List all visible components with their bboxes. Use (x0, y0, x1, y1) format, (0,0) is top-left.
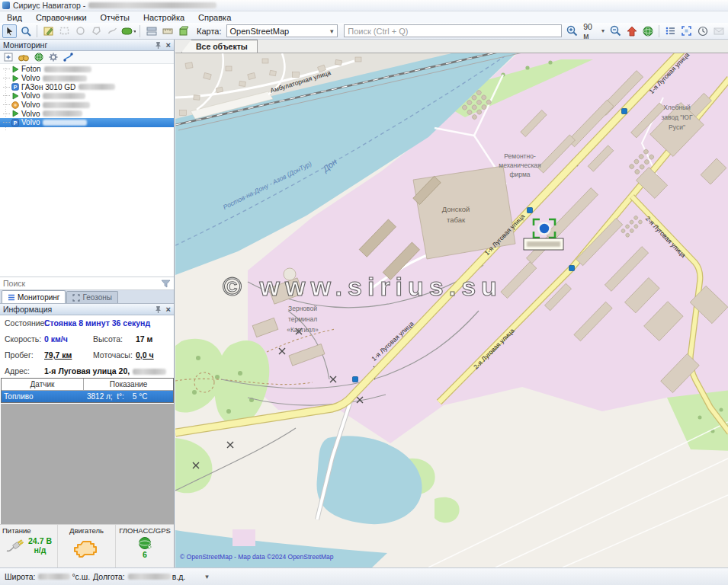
globe-button[interactable] (640, 24, 655, 38)
pin-icon[interactable] (155, 41, 162, 49)
mileage-label: Пробег: (5, 350, 34, 360)
address-text: 1-я Луговая улица 20, (44, 366, 130, 376)
engine-hours-value[interactable]: 0,0 ч (136, 350, 154, 360)
list-icon (8, 294, 15, 301)
redacted-text (43, 75, 87, 82)
sensor-col-value[interactable]: Показание (84, 379, 173, 390)
menu-vid[interactable]: Вид (0, 13, 29, 22)
map-scale-select[interactable]: 90 м ▾ (581, 24, 607, 37)
small-industrial-lot (233, 529, 255, 546)
power-gauge: Питание 24.7 В н/д (0, 525, 58, 567)
address-value: 1-я Луговая улица 20, (44, 366, 166, 376)
status-bar: Широта: °с.ш. Долгота: в.д. ▾ (0, 567, 728, 585)
info-panel-body: Состояние: Стоянка 8 минут 36 секунд Ско… (0, 315, 174, 378)
tree-item-label: Volvo (21, 101, 40, 109)
tree-connector (3, 95, 10, 96)
speed-label: Скорость: (5, 334, 41, 344)
binoculars-icon[interactable] (18, 53, 29, 62)
objects-3d-button[interactable] (176, 24, 191, 38)
engine-hours-label: Моточасы: (93, 350, 133, 360)
map-canvas[interactable]: Амбулаторная улица Дон Ростов-на-Дону - … (175, 53, 728, 567)
map-provider-select[interactable]: OpenStreetMap ▾ (226, 24, 338, 37)
chevron-down-icon: ▾ (601, 27, 605, 34)
tree-item-volvo-3[interactable]: Volvo (0, 101, 174, 110)
sensor-col-name[interactable]: Датчик (2, 379, 84, 390)
redacted-text (43, 120, 87, 126)
ruler-button[interactable] (160, 24, 175, 38)
menu-spravka[interactable]: Справка (191, 13, 238, 22)
edit-map-button[interactable] (41, 24, 56, 38)
expand-all-icon[interactable] (4, 53, 13, 62)
toolbar-separator (659, 25, 659, 37)
tree-search-row (0, 277, 174, 290)
map-label-bread-factory: Руси" (669, 123, 685, 131)
filter-icon[interactable] (161, 280, 171, 288)
sensor-row-fuel[interactable]: Топливо 3812 л; t°: 5 °C (2, 391, 173, 402)
tab-geozones-label: Геозоны (82, 293, 112, 302)
object-list-button[interactable] (663, 24, 678, 38)
tree-item-foton[interactable]: Foton (0, 65, 174, 74)
zoom-in-button[interactable] (565, 24, 579, 38)
tree-connector (3, 104, 10, 105)
tree-search-input[interactable] (3, 279, 161, 288)
tree-item-volvo-2[interactable]: Volvo (0, 91, 174, 101)
zoom-tool-button[interactable] (18, 24, 33, 38)
altitude-label: Высота: (93, 334, 123, 344)
global-search-input[interactable] (344, 24, 562, 37)
moving-status-icon (11, 66, 19, 73)
longitude-label: Долгота: (93, 572, 125, 581)
map-label-repair-firm: Ремонтно- (504, 152, 536, 160)
mileage-value[interactable]: 79,7 км (44, 350, 72, 360)
moving-status-icon (11, 75, 19, 82)
close-icon[interactable]: × (166, 305, 171, 314)
route-icon[interactable] (63, 53, 73, 62)
tab-monitoring[interactable]: Мониторинг (2, 290, 66, 303)
tree-connector (3, 87, 10, 88)
home-view-button[interactable] (624, 24, 639, 38)
map-label-grain-terminal: Зерновой (288, 305, 317, 312)
redacted-text (43, 102, 90, 108)
chevron-down-icon[interactable]: ▾ (205, 573, 209, 580)
fit-objects-button[interactable] (679, 24, 694, 38)
map-tab-all-objects[interactable]: Все объекты (181, 40, 258, 53)
redacted-text (79, 84, 115, 90)
globe-icon[interactable] (34, 53, 43, 62)
menu-otchety[interactable]: Отчёты (94, 13, 136, 22)
reports-grid-button[interactable] (144, 24, 159, 38)
tree-item-volvo-1[interactable]: Volvo (0, 74, 174, 83)
tree-item-volvo-4[interactable]: Volvo (0, 109, 174, 118)
left-panel: Мониторинг × Foton Volvo P ГАЗон 3010 GD (0, 40, 175, 567)
track-button[interactable] (121, 24, 136, 38)
map-scale-value: 90 м (583, 22, 599, 40)
latitude-redacted (38, 574, 70, 580)
pin-icon[interactable] (155, 305, 162, 313)
main-toolbar: Карта: OpenStreetMap ▾ 90 м ▾ (0, 23, 728, 40)
redacted-text (43, 110, 82, 117)
close-icon[interactable]: × (166, 40, 171, 50)
pointer-tool-button[interactable] (2, 24, 17, 38)
latitude-units: °с.ш. (72, 572, 90, 581)
moving-status-icon (11, 110, 19, 117)
moving-status-icon (11, 92, 19, 100)
svg-text:P: P (14, 85, 18, 90)
geozone-circle-button (73, 24, 88, 38)
message-button (711, 24, 726, 38)
time-button[interactable] (695, 24, 710, 38)
tree-item-label: ГАЗон 3010 GD (21, 83, 75, 91)
map-label-repair-firm: механическая (499, 161, 541, 169)
window-title: Сириус Навигатор - (13, 1, 85, 10)
svg-text:P: P (14, 120, 18, 126)
gps-value: 6 (143, 550, 147, 559)
state-value: Стоянка 8 минут 36 секунд (44, 318, 150, 328)
tree-connector (3, 122, 10, 123)
tree-item-label: Volvo (21, 110, 40, 118)
tab-geozones[interactable]: Геозоны (66, 291, 118, 303)
redacted-text (133, 369, 166, 375)
tree-item-volvo-selected[interactable]: P Volvo (0, 118, 174, 127)
watermark: © www.sirius.su (223, 272, 502, 301)
gear-icon[interactable] (49, 53, 58, 62)
tree-item-gazon[interactable]: P ГАЗон 3010 GD (0, 82, 174, 91)
menu-spravochniki[interactable]: Справочники (29, 13, 94, 22)
zoom-out-button[interactable] (608, 24, 623, 38)
menu-nastroyka[interactable]: Настройка (136, 13, 191, 22)
